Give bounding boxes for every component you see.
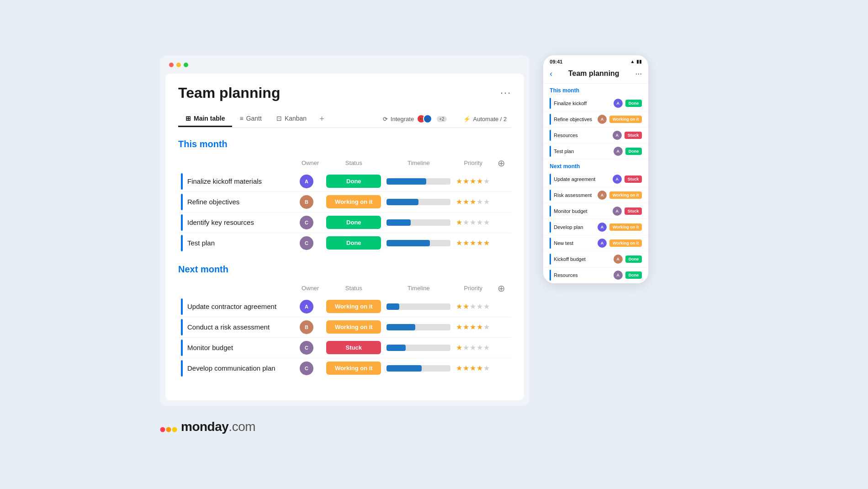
star: ★ [456,344,463,351]
col-add-next: ⊕ [493,280,511,297]
automate-button[interactable]: ⚡ Automate / 2 [459,114,512,124]
star: ★ [463,177,470,185]
mobile-list-item[interactable]: Resources A Stuck [543,128,648,144]
timeline-fill [386,199,418,205]
task-name: Conduct a risk assessment [187,323,270,331]
timeline-bar [386,178,450,185]
task-name: Identify key resources [187,218,254,226]
more-options-button[interactable]: ··· [500,87,511,99]
wifi-icon: ▲ [630,59,635,64]
mobile-avatar: A [614,271,623,280]
mobile-list-item[interactable]: Risk assessment A Working on it [543,187,648,203]
status-cell: Done [323,233,384,253]
owner-cell: A [297,171,323,192]
timeline-fill [386,240,430,246]
mobile-task-name: Risk assessment [554,192,595,198]
priority-cell: ★★★★★ [453,337,493,358]
star: ★ [456,239,463,247]
svg-point-2 [172,427,177,432]
col-add-this: ⊕ [493,155,511,171]
back-button[interactable]: ‹ [550,69,552,79]
mobile-title: Team planning [568,69,619,78]
mobile-list-item[interactable]: Resources A Done [543,267,648,283]
task-name-cell-2: Identify key resources [178,212,297,233]
integrate-button[interactable]: ⟳ Integrate M G +2 [378,112,451,125]
mobile-time: 09:41 [550,59,562,64]
star: ★ [470,344,476,351]
avatar: B [300,320,313,334]
mobile-task-name: Finalize kickoff [554,101,611,106]
status-badge: Working on it [326,195,381,208]
desktop-card: Team planning ··· ⊞ Main table ≡ Gantt ⊡ [160,55,529,406]
timeline-fill [386,178,426,185]
star: ★ [476,218,483,226]
stars: ★★★★★ [456,197,490,206]
status-badge: Stuck [326,341,381,354]
task-name: Monitor budget [187,344,233,351]
timeline-fill [386,345,406,351]
mobile-list-item[interactable]: New test A Working on it [543,235,648,251]
task-name: Finalize kickoff materials [187,177,262,185]
mobile-avatar: A [598,239,607,248]
star: ★ [476,344,483,351]
mobile-card: 09:41 ▲ ▮▮ ‹ Team planning ··· This mont… [543,55,648,283]
mobile-more-button[interactable]: ··· [635,69,642,79]
timeline-cell [384,297,453,317]
tab-main-table[interactable]: ⊞ Main table [178,111,232,127]
logo-text: monday.com [181,420,255,434]
star: ★ [470,198,476,206]
mobile-list-item[interactable]: Kickoff budget A Done [543,251,648,267]
timeline-bar [386,240,450,246]
app-header: Team planning ··· [178,85,511,101]
tab-main-table-label: Main table [194,115,225,122]
action-cell [493,233,511,253]
timeline-bar [386,199,450,205]
star: ★ [476,303,483,310]
tab-gantt[interactable]: ≡ Gantt [232,111,269,127]
task-name-cell-1: Refine objectives [178,191,297,212]
status-cell: Working on it [323,358,384,378]
mobile-list-item[interactable]: Update agreement A Stuck [543,171,648,187]
status-cell: Working on it [323,191,384,212]
add-column-this-button[interactable]: ⊕ [498,158,505,169]
action-cell [493,337,511,358]
status-badge: Done [326,236,381,250]
timeline-cell [384,191,453,212]
mobile-list-item[interactable]: Develop plan A Working on it [543,219,648,235]
mobile-status-badge: Done [625,255,642,263]
star: ★ [483,364,490,372]
star: ★ [483,198,490,206]
add-column-next-button[interactable]: ⊕ [498,283,505,294]
avatar-plus-badge: +2 [437,116,446,122]
star: ★ [476,323,483,331]
timeline-cell [384,337,453,358]
stars: ★★★★★ [456,302,490,311]
status-badge: Working on it [326,361,381,375]
mobile-avatar: A [614,147,623,156]
mobile-status-bar: 09:41 ▲ ▮▮ [543,55,648,66]
avatar: A [300,175,313,188]
mobile-status-badge: Done [625,148,642,155]
mobile-icons: ▲ ▮▮ [630,59,642,64]
table-row: Test plan C Done ★★★★★ [178,233,511,253]
star: ★ [483,303,490,310]
add-tab-button[interactable]: + [314,111,330,128]
table-row: Develop communication plan C Working on … [178,358,511,378]
star: ★ [470,364,476,372]
task-name-cell-3: Develop communication plan [178,358,297,378]
col-owner-this: Owner [297,155,323,171]
mobile-list-item[interactable]: Test plan A Done [543,144,648,159]
mobile-task-name: Resources [554,272,611,278]
tab-kanban[interactable]: ⊡ Kanban [269,111,314,127]
mobile-status-badge: Working on it [609,116,642,123]
mobile-list-item[interactable]: Finalize kickoff A Done [543,96,648,112]
mobile-list-item[interactable]: Refine objectives A Working on it [543,112,648,128]
timeline-cell [384,317,453,337]
mobile-list-item[interactable]: Monitor budget A Stuck [543,203,648,219]
action-cell [493,171,511,192]
action-cell [493,358,511,378]
status-badge: Working on it [326,320,381,334]
priority-cell: ★★★★★ [453,358,493,378]
owner-cell: C [297,212,323,233]
col-status-this: Status [323,155,384,171]
